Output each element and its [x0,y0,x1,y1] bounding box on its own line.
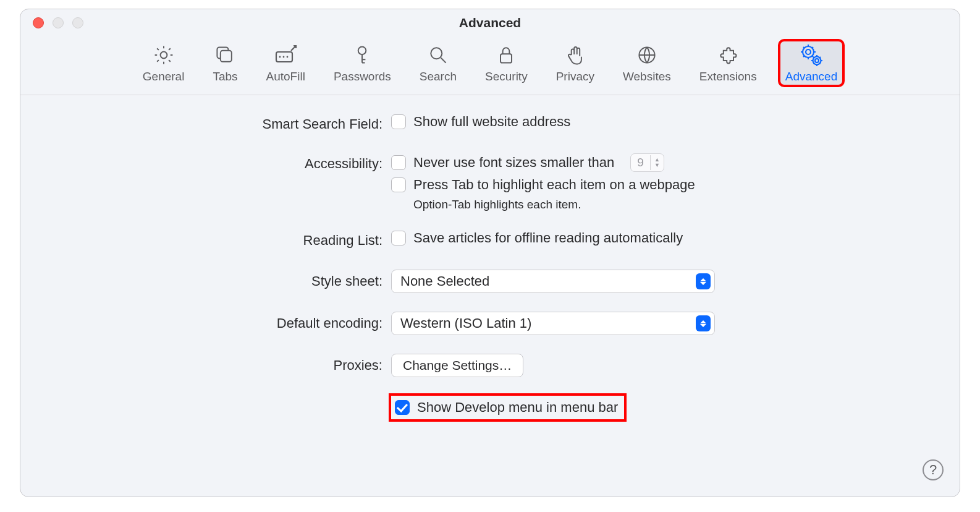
min-font-size-checkbox[interactable] [391,155,406,170]
tab-extensions[interactable]: Extensions [693,40,763,86]
change-settings-button[interactable]: Change Settings… [391,354,523,377]
svg-point-12 [815,59,819,62]
autofill-icon [273,43,298,67]
window-title: Advanced [20,15,960,30]
show-full-address-checkbox[interactable] [391,114,406,129]
press-tab-checkbox[interactable] [391,177,406,192]
preferences-toolbar: General Tabs AutoFill Passwords Search [20,36,960,95]
key-icon [350,43,374,67]
globe-icon [635,43,659,67]
svg-point-5 [287,56,289,58]
default-encoding-select[interactable]: Western (ISO Latin 1) [391,312,715,335]
accessibility-label: Accessibility: [57,153,391,172]
min-font-size-text: Never use font sizes smaller than [413,155,614,171]
lock-icon [494,43,518,67]
tab-search[interactable]: Search [413,40,463,86]
gear-icon [151,43,176,67]
svg-point-3 [279,56,281,58]
default-encoding-label: Default encoding: [57,315,391,331]
svg-point-0 [160,52,167,59]
tab-advanced[interactable]: Advanced [779,40,844,86]
puzzle-icon [716,43,740,67]
font-size-value: 9 [631,155,650,171]
tab-label: Websites [623,70,671,83]
reading-list-label: Reading List: [57,230,391,249]
style-sheet-value: None Selected [400,273,489,289]
svg-point-7 [431,48,442,59]
develop-menu-text: Show Develop menu in menu bar [417,399,618,416]
tab-autofill[interactable]: AutoFill [260,40,311,86]
tab-label: Passwords [334,70,391,83]
svg-point-10 [806,49,811,54]
tab-security[interactable]: Security [479,40,534,86]
tab-label: Search [420,70,457,83]
proxies-label: Proxies: [57,357,391,373]
tab-label: Tabs [213,70,237,83]
option-tab-hint: Option-Tab highlights each item. [391,198,923,211]
style-sheet-select[interactable]: None Selected [391,270,715,293]
chevron-up-down-icon: ▲▼ [650,155,664,170]
hand-icon [563,43,588,67]
tab-general[interactable]: General [137,40,191,86]
chevron-up-down-icon [696,273,711,289]
save-offline-text: Save articles for offline reading automa… [413,230,683,246]
question-mark-icon: ? [929,462,937,478]
default-encoding-value: Western (ISO Latin 1) [400,315,531,331]
chevron-up-down-icon [696,315,711,331]
titlebar: Advanced [20,9,960,36]
gears-icon [799,43,824,67]
font-size-stepper[interactable]: 9 ▲▼ [630,153,664,172]
change-settings-label: Change Settings… [403,358,512,373]
tabs-icon [213,43,237,67]
advanced-pane: Smart Search Field: Show full website ad… [20,95,960,456]
save-offline-checkbox[interactable] [391,231,406,245]
press-tab-text: Press Tab to highlight each item on a we… [413,177,695,193]
search-icon [426,43,450,67]
tab-label: Security [485,70,528,83]
tab-label: Privacy [556,70,594,83]
svg-rect-1 [221,51,232,62]
tab-privacy[interactable]: Privacy [550,40,601,86]
preferences-window: Advanced General Tabs AutoFill Passwor [20,9,960,497]
tab-tabs[interactable]: Tabs [206,40,243,86]
tab-label: AutoFill [266,70,305,83]
svg-point-4 [283,56,285,58]
svg-rect-8 [501,54,512,62]
help-button[interactable]: ? [923,459,944,480]
tab-label: Advanced [785,70,838,83]
develop-menu-checkbox[interactable] [395,400,410,415]
tab-label: General [143,70,185,83]
tab-websites[interactable]: Websites [617,40,677,86]
tab-label: Extensions [699,70,757,83]
develop-menu-row: Show Develop menu in menu bar [391,396,624,419]
style-sheet-label: Style sheet: [57,273,391,289]
tab-passwords[interactable]: Passwords [327,40,397,86]
svg-point-6 [358,47,366,55]
smart-search-label: Smart Search Field: [57,114,391,132]
show-full-address-text: Show full website address [413,114,570,130]
